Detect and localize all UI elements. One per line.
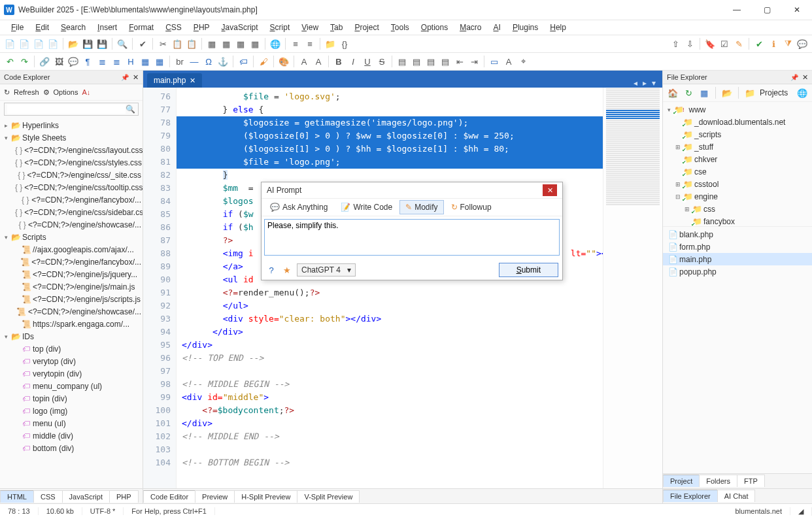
status-resize-icon[interactable]: ◢ xyxy=(790,507,812,516)
lang-tab-javascript[interactable]: JavaScript xyxy=(62,490,110,503)
tree-item[interactable]: 📜<?=CDN;?>/engine/js/jquery... xyxy=(0,268,143,280)
anchor-icon[interactable]: ⚓ xyxy=(217,56,229,67)
tree-item[interactable]: ▾📂IDs xyxy=(0,330,143,343)
tree-item[interactable]: 🏷top (div) xyxy=(0,343,143,355)
menu-tab[interactable]: Tab xyxy=(326,22,347,33)
brush-icon[interactable]: 🖌 xyxy=(258,56,269,67)
tree-item[interactable]: 📜//ajax.googleapis.com/ajax/... xyxy=(0,243,143,256)
tree-item[interactable]: 🏷middle (div) xyxy=(0,429,143,442)
redo-icon[interactable]: ↷ xyxy=(18,56,30,67)
image-icon[interactable]: 🖼 xyxy=(53,56,65,67)
explorer-tab[interactable]: Folders xyxy=(699,475,737,487)
tree-item[interactable]: 🏷topin (div) xyxy=(0,392,143,405)
folder-item[interactable]: ⊞📁_stuff xyxy=(663,141,812,153)
help-icon[interactable]: ? xyxy=(265,264,277,276)
open-icon[interactable]: 📂 xyxy=(67,38,79,50)
todo-icon[interactable]: ☑ xyxy=(719,38,730,50)
list-ol-icon[interactable]: ≣ xyxy=(110,56,122,67)
lang-tab-html[interactable]: HTML xyxy=(0,490,34,503)
align-right-icon[interactable]: ▤ xyxy=(425,56,437,67)
italic-icon[interactable]: I xyxy=(347,56,359,67)
strike-icon[interactable]: S xyxy=(376,56,388,67)
preview-icon[interactable]: ▦ xyxy=(220,38,232,50)
chat-icon[interactable]: 💬 xyxy=(796,38,808,50)
tree-item[interactable]: 📜<?=CDN;?>/engine/showcase/... xyxy=(0,305,143,318)
menu-macro[interactable]: Macro xyxy=(455,22,486,33)
folder-item[interactable]: ⊟📁engine xyxy=(663,190,812,203)
code-explorer-tree[interactable]: ▸📂Hyperlinks▾📂Style Sheets{ }<?=CDN;?>/e… xyxy=(0,118,143,488)
menu-project[interactable]: Project xyxy=(350,22,383,33)
columns-icon[interactable]: ▦ xyxy=(698,87,710,99)
tree-item[interactable]: 🏷menu_company (ul) xyxy=(0,380,143,392)
folder-item[interactable]: 📁chkver xyxy=(663,153,812,165)
tree-item[interactable]: 🏷bottom (div) xyxy=(0,442,143,454)
comment-icon[interactable]: 💬 xyxy=(67,56,79,67)
tree-item[interactable]: { }<?=CDN;?>/engine/css/sidebar.css xyxy=(0,206,143,218)
hr-icon[interactable]: — xyxy=(188,56,200,67)
home-icon[interactable]: 🏠 xyxy=(667,87,679,99)
filter-icon[interactable]: ⧩ xyxy=(782,38,794,50)
browser-icon[interactable]: 🌐 xyxy=(269,38,281,50)
tree-item[interactable]: ▾📂Scripts xyxy=(0,231,143,243)
undo-icon[interactable]: ↶ xyxy=(4,56,16,67)
minimize-button[interactable]: — xyxy=(722,0,752,20)
tree-item[interactable]: 📜https://spark.engaga.com/... xyxy=(0,318,143,330)
lang-tab-php[interactable]: PHP xyxy=(109,490,139,503)
split-v-icon[interactable]: ▦ xyxy=(249,38,261,50)
tree-item[interactable]: 🏷verytop (div) xyxy=(0,355,143,367)
search-icon[interactable]: 🔍 xyxy=(116,38,128,50)
indent-right-icon[interactable]: ⇥ xyxy=(468,56,480,67)
menu-help[interactable]: Help xyxy=(545,22,571,33)
link-icon[interactable]: 🔗 xyxy=(39,56,50,67)
folder-item[interactable]: 📁cse xyxy=(663,165,812,178)
view-tab[interactable]: Preview xyxy=(195,490,235,503)
indent-icon[interactable]: ≡ xyxy=(290,38,301,50)
omega-icon[interactable]: Ω xyxy=(203,56,214,67)
selector-icon[interactable]: ⌖ xyxy=(517,56,529,67)
save-icon[interactable]: 💾 xyxy=(82,38,93,50)
edit-icon[interactable]: ✎ xyxy=(733,38,745,50)
open-folder-icon[interactable]: 📂 xyxy=(721,87,733,99)
search-input[interactable] xyxy=(7,105,126,114)
menu-options[interactable]: Options xyxy=(416,22,452,33)
lang-tab-css[interactable]: CSS xyxy=(33,490,63,503)
menu-ai[interactable]: AI xyxy=(489,22,505,33)
ai-tab-ask-anything[interactable]: 💬 Ask Anything xyxy=(264,200,333,214)
minimap[interactable] xyxy=(603,88,662,488)
underline-icon[interactable]: U xyxy=(362,56,373,67)
ai-tab-write-code[interactable]: 📝 Write Code xyxy=(335,200,398,214)
spellcheck-icon[interactable]: ✔ xyxy=(137,38,148,50)
tree-item[interactable]: 📜<?=CDN;?>/engine/js/scripts.js xyxy=(0,293,143,305)
menu-insert[interactable]: Insert xyxy=(93,22,122,33)
validate-icon[interactable]: ✔ xyxy=(753,38,765,50)
menu-javascript[interactable]: JavaScript xyxy=(217,22,263,33)
tree-item[interactable]: 📜<?=CDN;?>/engine/fancybox/... xyxy=(0,256,143,268)
view-tab[interactable]: Code Editor xyxy=(143,490,195,503)
file-item[interactable]: 📄main.php xyxy=(663,253,812,265)
file-item[interactable]: 📄blank.php xyxy=(663,228,812,241)
tree-item[interactable]: 🏷logo (img) xyxy=(0,405,143,417)
palette-icon[interactable]: 🎨 xyxy=(278,56,290,67)
new-css-icon[interactable]: 📄 xyxy=(33,38,44,50)
menu-plugins[interactable]: Plugins xyxy=(508,22,543,33)
ai-submit-button[interactable]: SSubmitubmit xyxy=(499,263,558,277)
tree-item[interactable]: 📜<?=CDN;?>/engine/js/main.js xyxy=(0,280,143,293)
paste-icon[interactable]: 📋 xyxy=(186,38,197,50)
search-icon[interactable]: 🔍 xyxy=(126,105,135,114)
tree-item[interactable]: { }<?=CDN;?>/engine/css/_site.css xyxy=(0,169,143,181)
bold-icon[interactable]: B xyxy=(333,56,345,67)
menu-php[interactable]: PHP xyxy=(189,22,214,33)
tab-prev-icon[interactable]: ◂ xyxy=(634,78,637,88)
folder-item[interactable]: ▾📁!www xyxy=(663,103,812,116)
cut-icon[interactable]: ✂ xyxy=(157,38,169,50)
font-color-icon[interactable]: A xyxy=(298,56,310,67)
gear-icon[interactable]: ⚙ xyxy=(43,88,50,97)
globe-icon[interactable]: 🌐 xyxy=(796,87,808,99)
ai-model-select[interactable]: ChatGPT 4 xyxy=(297,263,356,276)
file-explorer-tree[interactable]: ▾📁!www📁_download.blumentals.net📁_scripts… xyxy=(663,102,812,226)
download-icon[interactable]: ⇩ xyxy=(684,38,696,50)
ai-prompt-textarea[interactable] xyxy=(264,219,560,256)
info-icon[interactable]: ℹ xyxy=(768,38,779,50)
pin-icon[interactable]: 📌 xyxy=(121,74,129,81)
bookmark-icon[interactable]: 🔖 xyxy=(704,38,716,50)
